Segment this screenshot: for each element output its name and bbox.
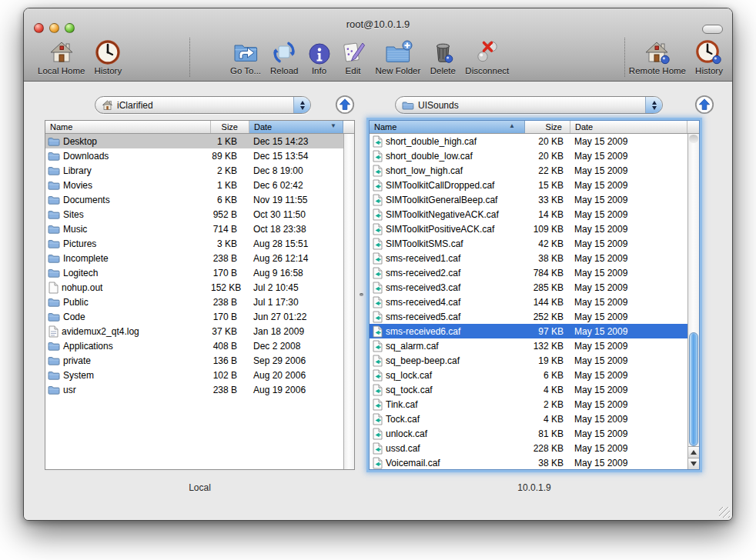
toolbar-button-disconnect[interactable]: Disconnect: [460, 36, 513, 75]
file-row-simtoolkitnegativeack-caf[interactable]: SIMToolkitNegativeACK.caf14 KBMay 15 200…: [370, 207, 687, 222]
file-row-code[interactable]: Code170 BJun 27 01:22: [45, 309, 343, 324]
file-row-sites[interactable]: Sites952 BOct 30 11:50: [45, 207, 343, 222]
file-row-short-double-low-caf[interactable]: short_double_low.caf20 KBMay 15 2009: [370, 148, 687, 163]
toolbar-button-new-folder[interactable]: New Folder: [371, 36, 426, 75]
file-row-music[interactable]: Music714 BOct 18 23:38: [45, 222, 343, 236]
close-button[interactable]: [34, 23, 44, 33]
file-row-downloads[interactable]: Downloads89 KBDec 15 13:54: [45, 148, 343, 163]
remote-parent-directory-button[interactable]: [694, 95, 714, 115]
file-size-cell: 132 KB: [525, 341, 570, 352]
file-row-unlock-caf[interactable]: unlock.caf81 KBMay 15 2009: [370, 426, 687, 441]
toolbar-toggle-button[interactable]: [702, 25, 723, 34]
file-row-movies[interactable]: Movies1 KBDec 6 02:42: [45, 178, 343, 192]
local-directory-popup[interactable]: iClarified: [95, 96, 311, 114]
file-row-library[interactable]: Library2 KBDec 8 19:00: [45, 163, 343, 178]
file-name-cell: Tink.caf: [370, 398, 525, 411]
file-row-system[interactable]: System102 BAug 20 2006: [45, 368, 343, 382]
file-row-logitech[interactable]: Logitech170 BAug 9 16:58: [45, 265, 343, 280]
file-size-cell: 285 KB: [525, 282, 570, 293]
minimize-button[interactable]: [49, 23, 59, 33]
file-row-tink-caf[interactable]: Tink.caf2 KBMay 15 2009: [370, 397, 687, 412]
new-folder-icon: [383, 36, 413, 65]
file-row-sq-alarm-caf[interactable]: sq_alarm.caf132 KBMay 15 2009: [370, 338, 687, 353]
toolbar-button-history[interactable]: History: [691, 36, 728, 75]
toolbar-button-history[interactable]: History: [89, 36, 126, 75]
folder-icon: [48, 384, 60, 395]
file-row-sq-tock-caf[interactable]: sq_tock.caf4 KBMay 15 2009: [370, 382, 687, 397]
file-row-sms-received2-caf[interactable]: sms-received2.caf784 KBMay 15 2009: [370, 265, 687, 280]
scroll-down-button[interactable]: [688, 458, 699, 469]
toolbar-button-remote-home[interactable]: Remote Home: [624, 36, 691, 75]
remote-clock-icon: [695, 36, 723, 65]
file-size-cell: 4 KB: [525, 414, 570, 425]
file-row-simtoolkitgeneralbeep-caf[interactable]: SIMToolkitGeneralBeep.caf33 KBMay 15 200…: [370, 192, 687, 207]
caf-icon: [372, 208, 383, 221]
folder-icon: [48, 150, 60, 162]
toolbar-group-local: Local HomeHistory: [33, 36, 126, 75]
toolbar-button-go-to[interactable]: Go To...: [226, 36, 266, 75]
pane-splitter[interactable]: [355, 120, 369, 470]
file-size-cell: 2 KB: [211, 165, 249, 176]
file-row-applications[interactable]: Applications408 BDec 2 2008: [45, 338, 343, 353]
file-name-cell: Movies: [45, 179, 211, 191]
toolbar-button-label: Disconnect: [465, 66, 509, 75]
file-row-ussd-caf[interactable]: ussd.caf228 KBMay 15 2009: [370, 441, 687, 455]
file-row-simtoolkitpositiveack-caf[interactable]: SIMToolkitPositiveACK.caf109 KBMay 15 20…: [370, 222, 687, 236]
local-scrollbar[interactable]: [343, 134, 354, 469]
file-row-short-low-high-caf[interactable]: short_low_high.caf22 KBMay 15 2009: [370, 163, 687, 178]
toolbar-button-reload[interactable]: Reload: [266, 36, 303, 75]
file-row-sms-received1-caf[interactable]: sms-received1.caf38 KBMay 15 2009: [370, 251, 687, 265]
file-row-incomplete[interactable]: Incomplete238 BAug 26 12:14: [45, 251, 343, 265]
file-row-simtoolkitcalldropped-caf[interactable]: SIMToolkitCallDropped.caf15 KBMay 15 200…: [370, 178, 687, 192]
file-row-short-double-high-caf[interactable]: short_double_high.caf20 KBMay 15 2009: [370, 134, 687, 148]
file-row-sq-lock-caf[interactable]: sq_lock.caf6 KBMay 15 2009: [370, 368, 687, 382]
remote-directory-popup[interactable]: UISounds: [395, 96, 663, 114]
file-row-sms-received4-caf[interactable]: sms-received4.caf144 KBMay 15 2009: [370, 295, 687, 309]
file-size-cell: 15 KB: [525, 180, 570, 191]
file-row-nohup-out[interactable]: nohup.out152 KBJul 2 10:45: [45, 280, 343, 295]
remote-column-header-size[interactable]: Size: [525, 121, 570, 133]
toolbar-button-delete[interactable]: Delete: [425, 36, 460, 75]
file-row-desktop[interactable]: Desktop1 KBDec 15 14:23: [45, 134, 343, 148]
remote-scrollbar-thumb[interactable]: [689, 332, 698, 446]
file-row-usr[interactable]: usr238 BAug 19 2006: [45, 382, 343, 397]
local-column-header-size[interactable]: Size: [211, 121, 249, 133]
local-column-header-date[interactable]: Date: [249, 121, 343, 133]
toolbar-button-label: Delete: [430, 66, 456, 75]
toolbar-group-remote: Remote HomeHistory: [624, 36, 728, 75]
local-footer-label: Local: [45, 482, 355, 493]
file-row-sq-beep-beep-caf[interactable]: sq_beep-beep.caf19 KBMay 15 2009: [370, 353, 687, 368]
toolbar-button-local-home[interactable]: Local Home: [33, 36, 89, 75]
caf-icon: [372, 428, 383, 440]
remote-scrollbar[interactable]: [687, 134, 699, 469]
scroll-up-button[interactable]: [688, 446, 699, 458]
file-row-sms-received3-caf[interactable]: sms-received3.caf285 KBMay 15 2009: [370, 280, 687, 295]
remote-column-header-date[interactable]: Date: [570, 121, 687, 133]
file-row-pictures[interactable]: Pictures3 KBAug 28 15:51: [45, 236, 343, 251]
zoom-button[interactable]: [65, 23, 75, 33]
file-size-cell: 238 B: [211, 385, 249, 395]
local-column-header-name[interactable]: Name: [45, 121, 211, 133]
file-row-sms-received6-caf[interactable]: sms-received6.caf97 KBMay 15 2009: [370, 324, 687, 338]
file-date-cell: May 15 2009: [570, 282, 687, 293]
folder-icon: [48, 223, 60, 235]
file-name-cell: short_double_high.caf: [370, 135, 525, 148]
toolbar-button-edit[interactable]: Edit: [336, 36, 371, 75]
file-date-cell: May 15 2009: [570, 209, 687, 220]
resize-grip[interactable]: [719, 507, 730, 518]
remote-column-header-name[interactable]: Name: [370, 121, 525, 133]
file-row-voicemail-caf[interactable]: Voicemail.caf38 KBMay 15 2009: [370, 455, 687, 469]
file-row-avidemux2-qt4-log[interactable]: avidemux2_qt4.log37 KBJan 18 2009: [45, 324, 343, 338]
file-name-cell: SIMToolkitNegativeACK.caf: [370, 208, 525, 221]
file-row-documents[interactable]: Documents6 KBNov 19 11:55: [45, 192, 343, 207]
file-row-simtoolkitsms-caf[interactable]: SIMToolkitSMS.caf42 KBMay 15 2009: [370, 236, 687, 251]
file-size-cell: 136 B: [211, 355, 249, 366]
file-row-sms-received5-caf[interactable]: sms-received5.caf252 KBMay 15 2009: [370, 309, 687, 324]
local-file-list: Desktop1 KBDec 15 14:23Downloads89 KBDec…: [45, 134, 343, 469]
titlebar[interactable]: root@10.0.1.9: [24, 8, 732, 35]
local-parent-directory-button[interactable]: [335, 95, 355, 115]
toolbar-button-info[interactable]: Info: [303, 36, 336, 75]
file-row-private[interactable]: private136 BSep 29 2006: [45, 353, 343, 368]
file-row-public[interactable]: Public238 BJul 1 17:30: [45, 295, 343, 309]
file-row-tock-caf[interactable]: Tock.caf4 KBMay 15 2009: [370, 412, 687, 426]
